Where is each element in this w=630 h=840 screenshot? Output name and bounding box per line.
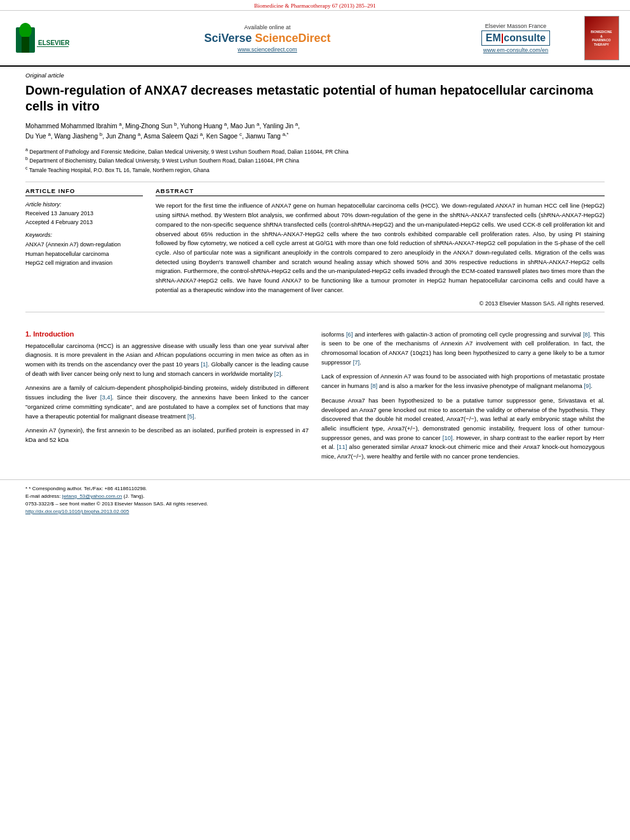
- ref-1: [1]: [201, 361, 208, 368]
- em-consulte-logo: EM|consulte: [481, 30, 550, 46]
- doi-line: http://dx.doi.org/10.1016/j.biopha.2013.…: [25, 508, 605, 516]
- available-online-text: Available online at: [245, 24, 291, 30]
- footer: * * Corresponding author. Tel./Fax: +86 …: [0, 479, 630, 518]
- ref-2: [2]: [274, 370, 281, 377]
- history-block: Article history: Received 13 January 201…: [25, 201, 143, 227]
- em-pipe: |: [501, 32, 504, 43]
- elsevier-masson-text: Elsevier Masson France: [485, 23, 547, 29]
- divider-2: [25, 312, 605, 312]
- abstract-text: We report for the first time the influen…: [156, 201, 605, 295]
- elsevier-masson-area: Elsevier Masson France EM|consulte www.e…: [459, 16, 573, 60]
- sciverse-sci: SciVerse: [204, 32, 255, 44]
- article-title: Down-regulation of ANXA7 decreases metas…: [25, 83, 605, 114]
- header-area: ELSEVIER Available online at SciVerse Sc…: [0, 11, 630, 67]
- svg-text:ELSEVIER: ELSEVIER: [38, 39, 70, 46]
- body-col-right: isoforms [6] and interferes with galacti…: [321, 330, 605, 467]
- accepted-date: Accepted 4 February 2013: [25, 218, 143, 227]
- divider-1: [25, 182, 605, 182]
- keywords-label: Keywords:: [25, 232, 143, 238]
- body-para-1: Hepatocellular carcinoma (HCC) is an agg…: [25, 342, 309, 379]
- body-para-2: Annexins are a family of calcium-depende…: [25, 383, 309, 421]
- email-link[interactable]: jwtang_53@yahoo.com.cn: [62, 493, 122, 499]
- page: Biomedicine & Pharmacotherapy 67 (2013) …: [0, 0, 630, 840]
- corresponding-author: * * Corresponding author. Tel./Fax: +86 …: [25, 485, 605, 493]
- issn-line: 0753-3322/$ – see front matter © 2013 El…: [25, 500, 605, 508]
- journal-cover-text: BIOMEDICINE&PHARMACOTHERAPY: [591, 30, 612, 46]
- body-two-col: 1. Introduction Hepatocellular carcinoma…: [25, 330, 605, 467]
- sciverse-url: www.sciencedirect.com: [238, 46, 297, 53]
- issn: 0753-3322/$: [25, 501, 54, 507]
- doi-link[interactable]: http://dx.doi.org/10.1016/j.biopha.2013.…: [25, 509, 129, 514]
- sciverse-logo: SciVerse ScienceDirect: [204, 32, 330, 45]
- body-para-6: Because Anxa7 has been hypothesized to b…: [321, 396, 605, 462]
- ref-9: [9]: [584, 382, 591, 389]
- corresponding-label: * Corresponding author. Tel./Fax: +86 41…: [29, 486, 147, 491]
- journal-cover: BIOMEDICINE&PHARMACOTHERAPY: [584, 16, 619, 60]
- ref-8b: [8]: [371, 382, 378, 389]
- svg-rect-3: [22, 37, 29, 53]
- svg-rect-5: [37, 46, 69, 47]
- email-line: E-mail address: jwtang_53@yahoo.com.cn (…: [25, 493, 605, 500]
- article-info-col: Article Info Article history: Received 1…: [25, 187, 143, 306]
- affiliations: a Department of Pathology and Forensic M…: [25, 147, 605, 175]
- rights: – see front matter © 2013 Elsevier Masso…: [55, 501, 208, 507]
- journal-bar: Biomedicine & Pharmacotherapy 67 (2013) …: [0, 0, 630, 11]
- authors: Mohammed Mohammed Ibrahim a, Ming-Zhong …: [25, 121, 605, 142]
- em-url: www.em-consulte.com/en: [483, 47, 549, 53]
- elsevier-logo: ELSEVIER: [13, 21, 70, 56]
- ref-5: [5]: [187, 413, 194, 420]
- body-content: 1. Introduction Hepatocellular carcinoma…: [0, 324, 630, 473]
- ref-6: [6]: [346, 331, 353, 338]
- keywords-block: Keywords: ANXA7 (Annexin A7) down-regula…: [25, 232, 143, 267]
- svg-point-2: [19, 23, 32, 38]
- article-info-header: Article Info: [25, 187, 143, 196]
- ref-3-4: [3,4]: [100, 394, 112, 401]
- elsevier-logo-area: ELSEVIER: [6, 16, 76, 60]
- journal-citation: Biomedicine & Pharmacotherapy 67 (2013) …: [254, 3, 376, 9]
- sciverse-sd: ScienceDirect: [255, 32, 331, 44]
- section1-title: 1. Introduction: [25, 330, 309, 338]
- main-content: Original article Down-regulation of ANXA…: [0, 67, 630, 324]
- sciverse-area: Available online at SciVerse ScienceDire…: [83, 16, 452, 60]
- article-type: Original article: [25, 72, 605, 79]
- journal-cover-area: BIOMEDICINE&PHARMACOTHERAPY: [579, 16, 624, 60]
- keywords-list: ANXA7 (Annexin A7) down-regulation Human…: [25, 240, 143, 267]
- history-label: Article history:: [25, 201, 143, 208]
- ref-8a: [8]: [583, 331, 590, 338]
- ref-10: [10]: [443, 434, 453, 441]
- ref-11: [11]: [337, 443, 347, 450]
- received-date: Received 13 January 2013: [25, 210, 143, 218]
- copyright-line: © 2013 Elsevier Masson SAS. All rights r…: [156, 300, 605, 307]
- body-para-5: Lack of expression of Annexin A7 was fou…: [321, 372, 605, 390]
- abstract-col: ABSTRACT We report for the first time th…: [156, 187, 605, 306]
- email-name: (J. Tang).: [123, 493, 144, 499]
- body-para-3: Annexin A7 (synexin), the first annexin …: [25, 426, 309, 444]
- article-info-abstract: Article Info Article history: Received 1…: [25, 187, 605, 306]
- body-col-left: 1. Introduction Hepatocellular carcinoma…: [25, 330, 309, 467]
- email-label: E-mail address:: [25, 493, 61, 499]
- abstract-header: ABSTRACT: [156, 187, 605, 196]
- body-para-4: isoforms [6] and interferes with galacti…: [321, 330, 605, 368]
- ref-7: [7]: [353, 359, 360, 366]
